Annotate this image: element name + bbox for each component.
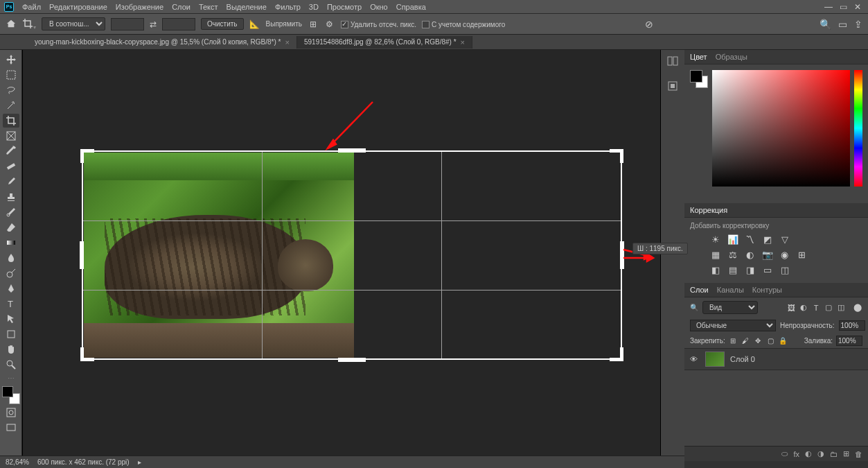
- hand-tool[interactable]: [3, 343, 19, 356]
- commit-icon[interactable]: 🔍: [820, 19, 831, 30]
- levels-adjust-icon[interactable]: 📊: [727, 234, 738, 245]
- lasso-tool[interactable]: [3, 83, 19, 97]
- hue-adjust-icon[interactable]: ▦: [709, 249, 721, 261]
- height-input[interactable]: [162, 18, 195, 31]
- adjustment-layer-icon[interactable]: ◑: [817, 449, 824, 458]
- filter-pixel-icon[interactable]: 🖼: [786, 303, 796, 313]
- zoom-level[interactable]: 82,64%: [6, 458, 29, 466]
- gradient-tool[interactable]: [3, 236, 19, 250]
- color-swatches[interactable]: [2, 386, 20, 404]
- panel-icon[interactable]: [666, 79, 680, 93]
- layer-row[interactable]: 👁 Слой 0: [684, 348, 868, 370]
- clear-button[interactable]: Очистить: [201, 18, 244, 30]
- menu-text[interactable]: Текст: [195, 3, 222, 11]
- tab-paths[interactable]: Контуры: [752, 286, 782, 294]
- gradient-map-icon[interactable]: ▭: [761, 264, 773, 276]
- layer-visibility-icon[interactable]: 👁: [690, 355, 700, 363]
- tab-swatches[interactable]: Образцы: [716, 53, 747, 61]
- menu-select[interactable]: Выделение: [222, 3, 271, 11]
- crop-tool[interactable]: [3, 114, 19, 128]
- shape-tool[interactable]: [3, 327, 19, 341]
- content-aware-checkbox[interactable]: [422, 21, 429, 28]
- filter-shape-icon[interactable]: ▢: [824, 303, 833, 313]
- menu-image[interactable]: Изображение: [112, 3, 168, 11]
- lock-pixels-icon[interactable]: 🖌: [741, 336, 750, 345]
- brightness-adjust-icon[interactable]: ☀: [709, 234, 721, 245]
- share-icon[interactable]: ⇪: [854, 19, 862, 30]
- crop-bounds[interactable]: [82, 150, 622, 360]
- bw-adjust-icon[interactable]: ◐: [744, 249, 756, 261]
- crop-handle-left[interactable]: [80, 241, 84, 269]
- layer-group-icon[interactable]: 🗀: [830, 450, 838, 458]
- view-mode-icon[interactable]: ▭: [838, 19, 847, 30]
- delete-cropped-checkbox[interactable]: [341, 21, 348, 28]
- tab-corrections[interactable]: Коррекция: [690, 206, 727, 214]
- exposure-adjust-icon[interactable]: ◩: [761, 234, 773, 245]
- blur-tool[interactable]: [3, 251, 19, 265]
- eyedropper-tool[interactable]: [3, 144, 19, 158]
- panel-icon[interactable]: [666, 54, 680, 68]
- straighten-icon[interactable]: 📐: [249, 19, 260, 30]
- frame-tool[interactable]: [3, 129, 19, 143]
- vibrance-adjust-icon[interactable]: ▽: [779, 234, 790, 245]
- doc-tab-inactive[interactable]: young-man-kickboxing-black-copyspace.jpg…: [28, 36, 297, 49]
- maximize-icon[interactable]: ▭: [840, 2, 847, 12]
- stamp-tool[interactable]: [3, 190, 19, 204]
- reset-icon[interactable]: ⊘: [645, 19, 653, 30]
- layer-fx-icon[interactable]: fx: [793, 450, 799, 458]
- threshold-adjust-icon[interactable]: ◨: [744, 264, 756, 276]
- crop-tool-icon[interactable]: ▾: [22, 18, 36, 31]
- grid-overlay-icon[interactable]: ⊞: [308, 19, 319, 30]
- swap-dims-icon[interactable]: ⇄: [150, 19, 157, 29]
- menu-layers[interactable]: Слои: [168, 3, 195, 11]
- pen-tool[interactable]: [3, 281, 19, 295]
- lookup-adjust-icon[interactable]: ⊞: [796, 249, 808, 261]
- marquee-tool[interactable]: [3, 68, 19, 82]
- color-field[interactable]: [712, 70, 850, 187]
- layer-thumbnail[interactable]: [705, 352, 725, 367]
- menu-filter[interactable]: Фильтр: [271, 3, 305, 11]
- channel-mixer-icon[interactable]: ◉: [779, 249, 790, 261]
- filter-adjust-icon[interactable]: ◐: [799, 303, 808, 313]
- dodge-tool[interactable]: [3, 266, 19, 280]
- menu-window[interactable]: Окно: [366, 3, 392, 11]
- layer-name[interactable]: Слой 0: [730, 355, 755, 363]
- lock-transparency-icon[interactable]: ⊞: [729, 336, 738, 345]
- eraser-tool[interactable]: [3, 220, 19, 234]
- tab-layers[interactable]: Слои: [690, 286, 709, 294]
- layer-filter-select[interactable]: Вид: [702, 301, 758, 314]
- filter-smart-icon[interactable]: ◫: [836, 303, 846, 313]
- menu-3d[interactable]: 3D: [305, 3, 323, 11]
- document-info[interactable]: 600 пикс. x 462 пикс. (72 ppi): [37, 458, 130, 466]
- blend-mode-select[interactable]: Обычные: [690, 320, 776, 331]
- new-layer-icon[interactable]: ⊞: [843, 449, 849, 458]
- menu-help[interactable]: Справка: [392, 3, 430, 11]
- doc-tab-active[interactable]: 5919154886df8.jpg @ 82,6% (Слой 0, RGB/8…: [297, 36, 472, 49]
- crop-frame[interactable]: [82, 150, 622, 360]
- ratio-select[interactable]: В соотнош...: [42, 17, 105, 31]
- lock-position-icon[interactable]: ✥: [754, 336, 763, 345]
- tab-close-icon[interactable]: ×: [461, 38, 465, 46]
- colorbalance-adjust-icon[interactable]: ⚖: [727, 249, 738, 261]
- type-tool[interactable]: T: [3, 297, 19, 311]
- canvas[interactable]: Ш : 1195 пикс.: [22, 50, 661, 461]
- filter-toggle-icon[interactable]: ⬤: [853, 303, 862, 313]
- home-icon[interactable]: [6, 19, 17, 30]
- zoom-tool[interactable]: [3, 358, 19, 372]
- delete-layer-icon[interactable]: 🗑: [855, 450, 862, 458]
- menu-file[interactable]: Файл: [18, 3, 45, 11]
- tab-channels[interactable]: Каналы: [717, 286, 744, 294]
- menu-view[interactable]: Просмотр: [323, 3, 366, 11]
- screen-mode-tool[interactable]: [3, 421, 19, 435]
- tab-close-icon[interactable]: ×: [285, 38, 290, 46]
- menu-edit[interactable]: Редактирование: [45, 3, 112, 11]
- tab-color[interactable]: Цвет: [690, 53, 707, 61]
- minimize-icon[interactable]: —: [824, 2, 833, 12]
- close-icon[interactable]: ✕: [854, 2, 861, 12]
- filter-type-icon[interactable]: T: [811, 303, 821, 313]
- hue-slider[interactable]: [854, 70, 862, 187]
- color-fg-bg[interactable]: [690, 70, 708, 88]
- layer-mask-icon[interactable]: ◐: [805, 449, 812, 458]
- path-select-tool[interactable]: [3, 312, 19, 326]
- width-input[interactable]: [111, 18, 144, 31]
